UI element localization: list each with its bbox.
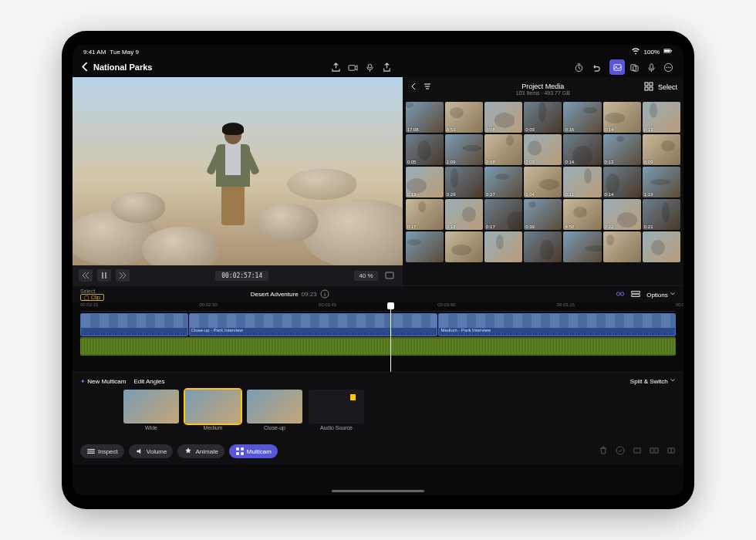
media-thumbnail[interactable] [603,231,641,262]
timeline-layout-icon[interactable] [631,289,640,300]
next-frame-button[interactable] [116,269,130,282]
svg-point-13 [667,66,668,67]
more-button[interactable] [660,59,676,75]
new-multicam-button[interactable]: ✦ New Multicam [80,378,126,385]
media-thumbnail[interactable] [524,134,562,165]
media-thumbnail[interactable] [563,102,601,133]
media-thumbnail[interactable] [563,167,601,197]
video-clip[interactable]: Medium - Park Interview [438,313,676,336]
media-thumbnail[interactable] [524,231,562,262]
media-thumbnail[interactable] [603,199,641,230]
media-thumbnail[interactable] [603,167,641,197]
media-thumbnail[interactable] [643,199,680,230]
camera-button[interactable] [346,59,361,75]
browser-title: Project Media [521,83,564,90]
timer-button[interactable] [571,59,586,75]
media-thumbnail[interactable] [643,231,680,262]
media-thumbnail[interactable] [603,102,641,133]
mic-button[interactable] [643,59,659,75]
fullscreen-button[interactable] [383,269,397,282]
media-thumbnail[interactable] [524,167,562,197]
playhead[interactable] [390,302,391,372]
video-clip[interactable] [80,313,188,336]
browser-back-button[interactable] [409,82,418,93]
clip-chip[interactable]: ▢ Clip [80,294,104,301]
delete-button[interactable] [599,446,608,457]
browser-filter-button[interactable] [423,82,432,93]
media-thumbnail[interactable] [445,199,483,230]
multicam-button[interactable]: Multicam [229,444,278,458]
tool1-button[interactable] [633,446,642,457]
ruler-tick: 00:03:15 [557,302,575,307]
media-thumbnail[interactable] [406,102,444,133]
status-time: 9:41 AM [83,49,106,56]
media-thumbnail[interactable] [484,199,522,230]
media-thumbnail[interactable] [643,102,680,133]
split-switch-button[interactable]: Split & Switch [630,377,676,385]
mask-button[interactable] [626,59,642,75]
inspect-button[interactable]: Inspect [80,444,124,458]
media-thumbnail[interactable] [406,231,444,262]
timeline[interactable]: 00:02:1500:02:3000:02:4500:03:0000:03:15… [73,302,683,372]
undo-button[interactable] [588,59,603,75]
browser-view-button[interactable] [644,82,653,93]
media-thumbnail[interactable] [484,102,522,133]
prev-frame-button[interactable] [79,269,93,282]
animate-button[interactable]: Animate [177,444,224,458]
back-button[interactable]: National Parks [80,62,152,73]
multicam-angle[interactable]: Wide [123,390,179,430]
media-thumbnail[interactable] [445,134,483,165]
svg-point-12 [666,66,667,67]
volume-button[interactable]: Volume [129,444,174,458]
media-thumbnail[interactable] [484,134,522,165]
options-button[interactable]: Options [646,291,676,299]
video-track[interactable]: Close-up - Park Interview Medium - Park … [80,313,676,336]
media-thumbnail[interactable] [406,167,444,197]
approve-button[interactable] [616,446,625,457]
connect-clips-icon[interactable] [616,289,625,300]
tool2-button[interactable] [650,446,659,457]
multicam-panel: ✦ New Multicam Edit Angles Split & Switc… [73,372,683,441]
edit-angles-button[interactable]: Edit Angles [133,378,164,385]
media-thumbnail[interactable] [524,199,562,230]
media-thumbnail[interactable] [643,167,680,197]
tool3-button[interactable] [667,446,676,457]
timeline-ruler[interactable]: 00:02:1500:02:3000:02:4500:03:0000:03:15… [80,302,676,312]
svg-rect-20 [645,87,648,90]
media-thumbnail[interactable] [603,134,641,165]
app-header: National Parks [73,57,683,77]
play-pause-button[interactable] [97,269,111,282]
media-thumbnail[interactable] [563,134,601,165]
multicam-angle[interactable]: Audio Source [309,390,364,430]
media-thumbnail[interactable] [643,134,680,165]
viewer-timecode[interactable]: 00:02:57:14 [215,271,268,281]
export-button[interactable] [329,59,344,75]
ruler-tick: 00:03:30 [676,302,683,307]
media-thumbnail[interactable] [445,102,483,133]
tl-select-label: Select [80,289,104,294]
media-thumbnail[interactable] [445,231,483,262]
info-icon[interactable] [320,289,329,300]
share-button[interactable] [380,59,395,75]
viewer-zoom[interactable]: 40 % [354,271,377,281]
media-thumbnail[interactable] [563,231,601,262]
browser-select-button[interactable]: Select [658,83,677,91]
viewer-canvas[interactable] [73,77,403,265]
video-clip[interactable]: Close-up - Park Interview [189,313,438,336]
media-thumbnail[interactable] [484,167,522,197]
overlay-button[interactable] [609,59,625,75]
media-thumbnail[interactable] [406,199,444,230]
audio-track[interactable] [80,337,676,356]
media-thumbnail[interactable] [445,167,483,197]
wifi-icon [631,46,640,57]
home-indicator[interactable] [332,490,424,492]
media-thumbnail[interactable] [406,134,444,165]
voiceover-button[interactable] [363,59,378,75]
media-thumbnail[interactable] [484,231,522,262]
svg-rect-17 [386,272,393,278]
multicam-angle[interactable]: Close-up [247,390,302,430]
media-thumbnail[interactable] [563,199,601,230]
status-date: Tue May 9 [110,49,139,56]
media-thumbnail[interactable] [524,102,562,133]
multicam-angle[interactable]: Medium [185,390,241,430]
